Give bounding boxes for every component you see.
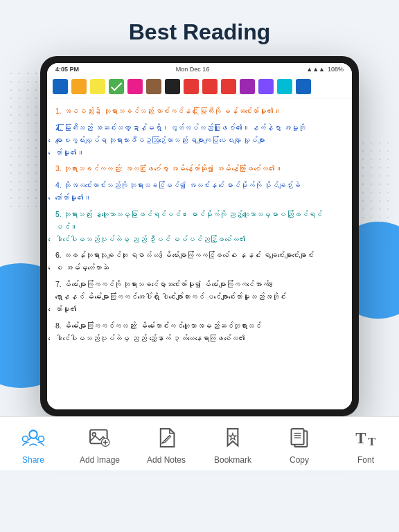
toolbar-label-bookmark: Bookmark — [214, 455, 251, 465]
color-swatch-red3[interactable] — [221, 79, 236, 94]
color-swatch-red2[interactable] — [202, 79, 218, 94]
text-line-1: 1. အစစည်း၌ ဘုရားသခင်သည် ကောင်းကင်နင် မြေ… — [55, 105, 344, 118]
text-line-4: 4. ထိုအလင်းကောင်းသည်ကို ဘုရားသခင်မြင်၍ အ… — [55, 179, 344, 204]
status-bar: 4:05 PM Mon Dec 16 ▲▲▲ 108% — [47, 63, 352, 76]
font-icon: T T — [352, 424, 380, 452]
wifi-icon: ▲▲▲ — [306, 66, 325, 73]
toolbar-item-add-notes[interactable]: Add Notes — [142, 424, 190, 465]
text-line-8: 8. မိမ်းမျောက်ကြကင်ကလည်း: မိမ်းကောင်းကင်… — [55, 320, 344, 345]
toolbar-label-add-notes: Add Notes — [147, 455, 186, 465]
color-swatch-brown[interactable] — [146, 79, 161, 94]
color-swatch-violet[interactable] — [258, 79, 274, 94]
share-icon — [19, 424, 47, 452]
svg-point-2 — [38, 436, 44, 442]
toolbar-label-copy: Copy — [290, 455, 309, 465]
toolbar-item-copy[interactable]: Copy — [275, 424, 323, 465]
color-swatch-green[interactable] — [109, 79, 124, 94]
color-swatch-cyan[interactable] — [277, 79, 292, 94]
toolbar-item-bookmark[interactable]: Bookmark — [209, 424, 257, 465]
color-swatch-orange[interactable] — [71, 79, 87, 94]
toolbar-item-font[interactable]: T T Font — [342, 424, 390, 465]
color-swatch-navy[interactable] — [296, 79, 311, 94]
add-notes-icon — [152, 424, 180, 452]
status-date: Mon Dec 16 — [176, 66, 210, 73]
bottom-toolbar: Share Add Image — [0, 416, 399, 470]
toolbar-item-share[interactable]: Share — [9, 424, 57, 465]
svg-point-1 — [22, 436, 28, 442]
text-line-2: 2. မြေကြီးသည် အဆင်းသဏ္ဍာန်မရှိ၊ လွတ်လပ်လ… — [55, 122, 344, 159]
text-line-5: 5. ဘုရားသည် နေ့ဟူသောသမ္မာဖြင်ရင်ပင်။ မော… — [55, 209, 344, 246]
tablet-wrapper: 4:05 PM Mon Dec 16 ▲▲▲ 108% — [0, 56, 399, 416]
color-swatch-purple[interactable] — [240, 79, 255, 94]
status-time: 4:05 PM — [55, 66, 79, 73]
toolbar-label-share: Share — [22, 455, 44, 465]
svg-text:T: T — [355, 429, 366, 447]
color-swatch-yellow[interactable] — [90, 79, 105, 94]
copy-icon — [285, 424, 313, 452]
color-palette[interactable] — [47, 76, 352, 98]
svg-rect-13 — [292, 429, 304, 445]
tablet-screen: 4:05 PM Mon Dec 16 ▲▲▲ 108% — [47, 63, 352, 409]
text-line-7: 7. မိမ်းမျောက်ကြကင်ကို ဘုရားသခင်မော့ဆင်း… — [55, 278, 344, 316]
svg-line-4 — [35, 438, 37, 440]
color-swatch-darkblue[interactable] — [53, 79, 68, 94]
color-swatch-red1[interactable] — [184, 79, 199, 94]
text-line-3: 3. ဘုရားသခင်ကလည်း: အလင်းဖြစ်စော့ အမိန့်တ… — [55, 163, 344, 175]
toolbar-label-add-image: Add Image — [80, 455, 120, 465]
toolbar-item-add-image[interactable]: Add Image — [76, 424, 124, 465]
toolbar-label-font: Font — [357, 455, 374, 465]
battery-text: 108% — [328, 66, 344, 73]
color-swatch-pink[interactable] — [127, 79, 143, 94]
content-area: 1. အစစည်း၌ ဘုရားသခင်သည် ကောင်းကင်နင် မြေ… — [47, 98, 352, 409]
svg-line-3 — [28, 438, 30, 440]
svg-text:T: T — [368, 435, 375, 448]
color-swatch-black[interactable] — [165, 79, 180, 94]
tablet: 4:05 PM Mon Dec 16 ▲▲▲ 108% — [40, 56, 359, 416]
text-line-6: 6. တဖန်ဘုရားသုချင်တု ရေစာလ်ယ3် မိမ်းမျော… — [55, 249, 344, 274]
svg-marker-11 — [229, 433, 236, 439]
svg-point-0 — [29, 430, 37, 438]
bookmark-icon — [219, 424, 247, 452]
add-image-icon — [86, 424, 114, 452]
status-right: ▲▲▲ 108% — [306, 66, 344, 73]
page-title: Best Reading — [0, 0, 399, 56]
